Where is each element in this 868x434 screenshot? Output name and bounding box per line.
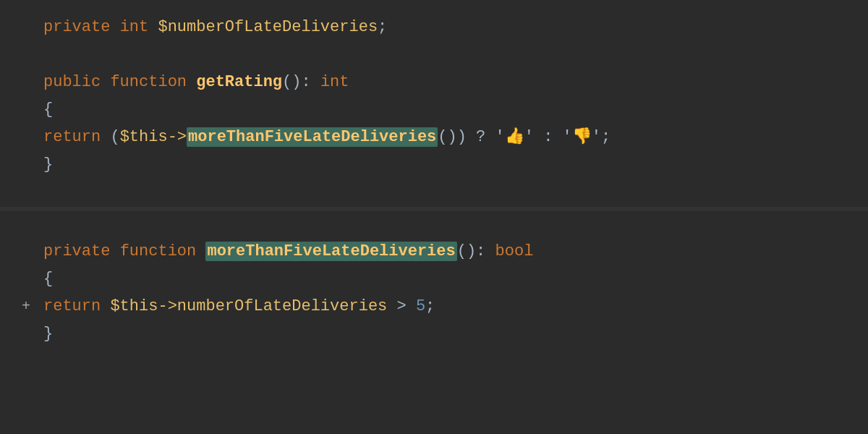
gutter-marker: + xyxy=(22,298,30,315)
code-content-11: return $this->numberOfLateDeliveries > 5… xyxy=(43,294,846,319)
code-content-empty-2 xyxy=(43,179,846,205)
keyword-int: int xyxy=(120,18,158,36)
this-arrow-2: $this->numberOfLateDeliveries xyxy=(110,297,387,315)
code-content-3: public function getRating(): int xyxy=(43,69,846,95)
code-line-empty-1 xyxy=(0,42,868,69)
gt-operator: > xyxy=(387,297,416,315)
keyword-private-2: private xyxy=(43,242,120,260)
semicolon-2: ; xyxy=(425,297,435,315)
open-brace-2: { xyxy=(43,270,53,288)
code-editor: private int $numberOfLateDeliveries; pub… xyxy=(0,0,868,434)
code-line-12: } xyxy=(0,321,868,349)
keyword-private: private xyxy=(43,18,120,36)
call-rest: ()) ? ' xyxy=(438,128,504,146)
this-arrow-1: $this-> xyxy=(120,128,187,146)
close-brace-1: } xyxy=(43,156,53,174)
code-content-10: { xyxy=(43,266,846,292)
close-brace-2: } xyxy=(43,325,53,343)
return-type-int: int xyxy=(320,73,349,91)
open-paren-1: ( xyxy=(110,128,119,146)
paren-colon-2: (): xyxy=(457,242,495,260)
keyword-return-2: return xyxy=(43,297,110,315)
gutter-11: + xyxy=(22,295,36,318)
variable-number-late: $numberOfLateDeliveries xyxy=(158,18,378,36)
code-content-4: { xyxy=(43,97,846,122)
code-line-3: public function getRating(): int xyxy=(0,69,868,97)
return-type-bool: bool xyxy=(495,242,534,260)
code-content-6: } xyxy=(43,152,846,177)
method-call-highlighted: moreThanFiveLateDeliveries xyxy=(187,127,438,147)
ternary-colon: ' : ' xyxy=(524,128,572,146)
code-line-5: return ($this->moreThanFiveLateDeliverie… xyxy=(0,124,868,152)
semicolon: ; xyxy=(378,18,387,36)
code-line-9: private function moreThanFiveLateDeliver… xyxy=(0,239,868,266)
code-content-9: private function moreThanFiveLateDeliver… xyxy=(43,239,846,264)
code-content-12: } xyxy=(43,321,846,346)
keyword-public: public xyxy=(43,73,110,91)
keyword-return-1: return xyxy=(43,128,110,146)
keyword-function-1: function xyxy=(110,73,196,91)
keyword-function-2: function xyxy=(120,242,206,260)
code-content-empty-1 xyxy=(43,42,846,67)
code-line-10: { xyxy=(0,266,868,294)
code-line-1: private int $numberOfLateDeliveries; xyxy=(0,14,868,42)
code-content-1: private int $numberOfLateDeliveries; xyxy=(43,14,846,40)
function-name-highlighted: moreThanFiveLateDeliveries xyxy=(205,242,456,261)
code-line-4: { xyxy=(0,97,868,124)
code-content-empty-3 xyxy=(43,211,846,237)
paren-colon: (): xyxy=(282,73,320,91)
string-end: '; xyxy=(592,128,610,146)
thumbs-up-emoji: 👍 xyxy=(505,128,524,146)
code-line-6: } xyxy=(0,152,868,179)
open-brace-1: { xyxy=(43,101,53,119)
code-line-empty-3 xyxy=(0,211,868,239)
function-name-get-rating: getRating xyxy=(196,73,282,91)
code-content-5: return ($this->moreThanFiveLateDeliverie… xyxy=(43,124,846,150)
code-line-11: + return $this->numberOfLateDeliveries >… xyxy=(0,294,868,321)
number-five: 5 xyxy=(416,297,425,315)
code-line-empty-2 xyxy=(0,179,868,207)
thumbs-down-emoji: 👎 xyxy=(572,128,592,146)
